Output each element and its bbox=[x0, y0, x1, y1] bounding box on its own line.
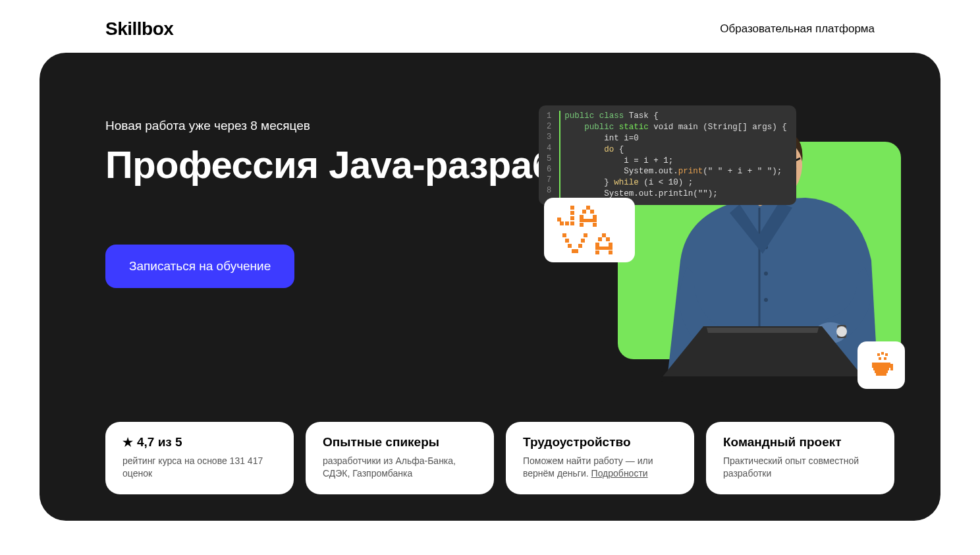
svg-point-44 bbox=[836, 326, 847, 337]
svg-rect-51 bbox=[872, 363, 890, 365]
svg-rect-29 bbox=[609, 250, 612, 254]
svg-rect-11 bbox=[593, 215, 597, 219]
svg-rect-5 bbox=[560, 221, 564, 225]
hero-section: Новая работа уже через 8 месяцев Професс… bbox=[40, 53, 940, 521]
header-tagline: Образовательная платформа bbox=[720, 22, 875, 36]
header: Skillbox Образовательная платформа bbox=[0, 0, 980, 53]
svg-rect-49 bbox=[879, 357, 881, 360]
svg-rect-54 bbox=[875, 370, 888, 373]
svg-rect-24 bbox=[606, 237, 610, 241]
svg-rect-45 bbox=[661, 376, 865, 382]
svg-rect-53 bbox=[873, 368, 889, 370]
card-desc: Поможем найти работу — или вернём деньги… bbox=[523, 455, 677, 480]
code-text: public class Task { public static void m… bbox=[560, 111, 787, 200]
card-team-project: Командный проект Практический опыт совме… bbox=[706, 422, 894, 494]
code-line-numbers: 12345678 bbox=[544, 111, 560, 200]
svg-rect-27 bbox=[595, 247, 612, 250]
svg-rect-56 bbox=[890, 364, 893, 370]
svg-rect-8 bbox=[582, 210, 586, 214]
svg-rect-3 bbox=[570, 221, 574, 225]
svg-rect-1 bbox=[570, 211, 574, 215]
svg-point-31 bbox=[764, 272, 768, 276]
hero-illustration: 12345678 public class Task { public stat… bbox=[532, 105, 901, 382]
svg-rect-52 bbox=[872, 365, 890, 368]
coffee-icon bbox=[858, 341, 905, 389]
svg-rect-12 bbox=[580, 219, 597, 222]
card-title: ★ 4,7 из 5 bbox=[122, 435, 277, 450]
card-employment: Трудоустройство Поможем найти работу — и… bbox=[506, 422, 694, 494]
feature-cards: ★ 4,7 из 5 рейтинг курса на основе 131 4… bbox=[105, 422, 894, 494]
svg-rect-15 bbox=[562, 233, 566, 237]
svg-rect-55 bbox=[876, 373, 886, 376]
svg-rect-48 bbox=[885, 353, 888, 356]
svg-rect-14 bbox=[593, 223, 597, 227]
enroll-button[interactable]: Записаться на обучение bbox=[105, 245, 294, 288]
svg-rect-7 bbox=[586, 206, 590, 210]
card-desc: рейтинг курса на основе 131 417 оценок bbox=[122, 455, 277, 480]
svg-rect-21 bbox=[572, 249, 578, 253]
card-desc: Практический опыт совместной разработки bbox=[723, 455, 877, 480]
svg-rect-50 bbox=[884, 357, 886, 360]
svg-rect-0 bbox=[570, 206, 574, 210]
card-title: Опытные спикеры bbox=[323, 435, 477, 450]
svg-rect-17 bbox=[565, 239, 569, 243]
java-badge bbox=[544, 198, 635, 262]
svg-rect-20 bbox=[578, 244, 582, 248]
card-title-text: 4,7 из 5 bbox=[137, 435, 182, 450]
svg-rect-2 bbox=[570, 216, 574, 220]
svg-rect-26 bbox=[609, 243, 612, 247]
svg-rect-22 bbox=[602, 233, 606, 237]
svg-rect-6 bbox=[557, 218, 561, 221]
svg-rect-4 bbox=[565, 221, 569, 225]
svg-rect-23 bbox=[598, 237, 602, 241]
card-title: Трудоустройство bbox=[523, 435, 677, 450]
svg-rect-13 bbox=[580, 223, 584, 227]
svg-rect-19 bbox=[568, 244, 572, 248]
card-speakers: Опытные спикеры разработчики из Альфа-Ба… bbox=[306, 422, 494, 494]
logo[interactable]: Skillbox bbox=[105, 18, 173, 40]
svg-rect-10 bbox=[580, 215, 584, 219]
svg-rect-18 bbox=[581, 239, 585, 243]
svg-point-32 bbox=[764, 298, 768, 302]
details-link[interactable]: Подробности bbox=[591, 468, 648, 479]
svg-rect-9 bbox=[590, 210, 594, 214]
svg-rect-47 bbox=[881, 352, 884, 355]
svg-rect-25 bbox=[595, 243, 599, 247]
card-rating: ★ 4,7 из 5 рейтинг курса на основе 131 4… bbox=[105, 422, 294, 494]
hero-top: Новая работа уже через 8 месяцев Професс… bbox=[105, 86, 894, 422]
code-snippet: 12345678 public class Task { public stat… bbox=[539, 105, 796, 205]
svg-rect-16 bbox=[584, 233, 587, 237]
card-title: Командный проект bbox=[723, 435, 877, 450]
card-desc: разработчики из Альфа-Банка, СДЭК, Газпр… bbox=[323, 455, 477, 480]
svg-rect-28 bbox=[595, 250, 599, 254]
star-icon: ★ bbox=[122, 435, 133, 450]
svg-rect-46 bbox=[877, 353, 880, 356]
